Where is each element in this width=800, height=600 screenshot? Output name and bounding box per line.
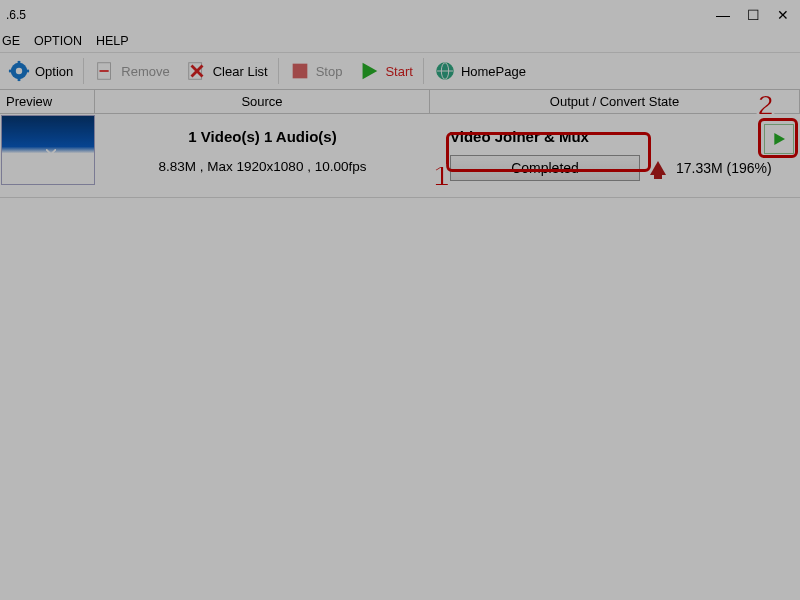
menu-help[interactable]: HELP [96, 34, 129, 48]
minimize-button[interactable]: — [708, 0, 738, 30]
output-title: Video Joiner & Mux [450, 128, 800, 145]
separator [278, 58, 279, 84]
clearlist-label: Clear List [213, 64, 268, 79]
option-button[interactable]: Option [0, 53, 81, 89]
start-button[interactable]: Start [350, 53, 420, 89]
clearlist-icon [186, 60, 208, 82]
clearlist-button[interactable]: Clear List [178, 53, 276, 89]
homepage-label: HomePage [461, 64, 526, 79]
menu-option[interactable]: OPTION [34, 34, 82, 48]
play-output-button[interactable] [764, 124, 794, 154]
stop-button[interactable]: Stop [281, 53, 351, 89]
stop-label: Stop [316, 64, 343, 79]
source-details: 8.83M , Max 1920x1080 , 10.00fps [159, 159, 367, 174]
output-size-text: 17.33M (196%) [676, 160, 772, 176]
gear-icon [8, 60, 30, 82]
stop-icon [289, 60, 311, 82]
preview-cell [0, 114, 95, 197]
table-row[interactable]: 1 Video(s) 1 Audio(s) 8.83M , Max 1920x1… [0, 114, 800, 198]
annotation-number-2: 2 [757, 88, 774, 122]
header-output: Output / Convert State [430, 90, 800, 113]
header-source: Source [95, 90, 430, 113]
completed-button[interactable]: Completed [450, 155, 640, 181]
remove-label: Remove [121, 64, 169, 79]
separator [83, 58, 84, 84]
toolbar: Option Remove Clear List Stop Start Home… [0, 52, 800, 90]
header-preview: Preview [0, 90, 95, 113]
remove-icon [94, 60, 116, 82]
source-cell: 1 Video(s) 1 Audio(s) 8.83M , Max 1920x1… [95, 114, 430, 197]
maximize-button[interactable]: ☐ [738, 0, 768, 30]
source-title: 1 Video(s) 1 Audio(s) [188, 128, 336, 145]
close-button[interactable]: ✕ [768, 0, 798, 30]
video-thumbnail [1, 115, 95, 185]
window-title: .6.5 [2, 8, 26, 22]
start-icon [358, 60, 380, 82]
svg-marker-12 [363, 63, 378, 80]
option-label: Option [35, 64, 73, 79]
menubar: GE OPTION HELP [0, 30, 800, 52]
increase-arrow-icon [650, 161, 666, 175]
homepage-button[interactable]: HomePage [426, 53, 534, 89]
output-cell: Video Joiner & Mux Completed 17.33M (196… [430, 114, 800, 197]
menu-page[interactable]: GE [2, 34, 20, 48]
remove-button[interactable]: Remove [86, 53, 177, 89]
titlebar: .6.5 — ☐ ✕ [0, 0, 800, 30]
start-label: Start [385, 64, 412, 79]
column-headers: Preview Source Output / Convert State [0, 90, 800, 114]
svg-rect-7 [100, 70, 109, 72]
globe-icon [434, 60, 456, 82]
play-icon [771, 131, 787, 147]
svg-point-1 [16, 68, 22, 74]
window-controls: — ☐ ✕ [708, 0, 798, 30]
annotation-number-1: 1 [433, 159, 450, 193]
svg-marker-16 [774, 133, 785, 145]
separator [423, 58, 424, 84]
svg-rect-11 [292, 64, 307, 79]
